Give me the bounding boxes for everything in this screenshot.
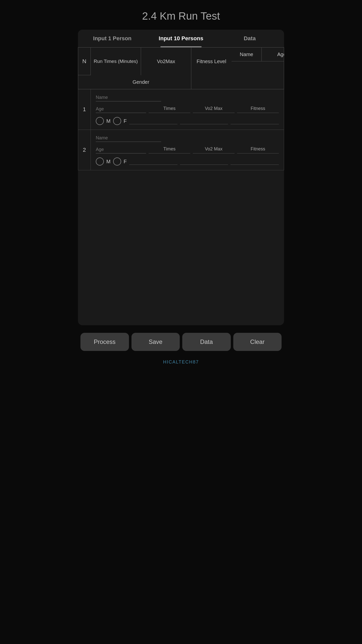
person-1-content: Times Vo2 Max Fitness M F [91, 89, 284, 130]
header-name: Name [232, 48, 262, 61]
person-2-name-input[interactable] [96, 134, 161, 142]
person-1-radio-f[interactable]: F [113, 117, 127, 125]
person-2-age-wrap [96, 146, 146, 153]
header-vo2max: Vo2Max [141, 48, 191, 75]
radio-m-circle-2 [96, 157, 104, 166]
person-2-age-input[interactable] [96, 146, 146, 153]
person-2-number: 2 [78, 130, 91, 170]
person-1-main-row: Times Vo2 Max Fitness [96, 105, 279, 113]
person-2-spacer3 [231, 158, 279, 165]
person-2-spacer [129, 158, 177, 165]
clear-button[interactable]: Clear [233, 333, 282, 351]
page-title: 2.4 Km Run Test [78, 0, 284, 30]
radio-m-circle [96, 117, 104, 125]
person-1-vo2-label: Vo2 Max [193, 106, 235, 113]
tab-bar: Input 1 Person Input 10 Persons Data [78, 30, 284, 47]
person-1-m-label: M [106, 118, 111, 124]
person-1-spacer2 [180, 118, 228, 124]
save-button[interactable]: Save [131, 333, 180, 351]
person-2-vo2-label: Vo2 Max [193, 146, 235, 153]
person-1-name-input[interactable] [96, 94, 161, 101]
header-gender: Gender [91, 75, 191, 89]
person-2-f-label: F [124, 159, 127, 165]
process-button[interactable]: Process [80, 333, 129, 351]
person-2-m-label: M [106, 159, 111, 165]
header-fitness-level: Fitness Level [191, 48, 232, 75]
person-1-name-wrap [96, 94, 161, 101]
person-2-radio-row: M F [96, 157, 279, 166]
header-n: N [78, 48, 91, 75]
person-2-content: Times Vo2 Max Fitness M F [91, 130, 284, 170]
person-1-f-label: F [124, 118, 127, 124]
header-age: Age [262, 48, 284, 61]
main-card: Input 1 Person Input 10 Persons Data N N… [78, 30, 284, 325]
person-1-spacer [129, 118, 177, 124]
person-1-name-row [96, 94, 279, 101]
person-1-age-wrap [96, 105, 146, 113]
person-1-radio-m[interactable]: M [96, 117, 111, 125]
footer-brand: HICALTECH87 [163, 356, 199, 372]
table-header: N Name Age Run Times (Minutes) Vo2Max Fi… [78, 47, 284, 89]
person-2-name-row [96, 134, 279, 142]
person-2-radio-f[interactable]: F [113, 157, 127, 166]
person-2-radio-m[interactable]: M [96, 157, 111, 166]
person-2-main-row: Times Vo2 Max Fitness [96, 146, 279, 153]
data-button[interactable]: Data [182, 333, 231, 351]
person-2-name-wrap [96, 134, 161, 142]
person-2-times-label: Times [149, 146, 190, 153]
tab-10persons[interactable]: Input 10 Persons [147, 30, 215, 47]
radio-f-circle [113, 117, 121, 125]
radio-f-circle-2 [113, 157, 121, 166]
person-row-2: 2 Times Vo2 Max Fitness [78, 130, 284, 170]
header-run-times: Run Times (Minutes) [91, 48, 141, 75]
person-1-age-input[interactable] [96, 105, 146, 113]
person-1-radio-row: M F [96, 117, 279, 125]
person-1-number: 1 [78, 89, 91, 130]
person-2-fitness-label: Fitness [237, 146, 279, 153]
person-1-spacer3 [231, 118, 279, 124]
action-bar: Process Save Data Clear [78, 325, 284, 356]
tab-1person[interactable]: Input 1 Person [78, 30, 147, 47]
person-2-spacer2 [180, 158, 228, 165]
person-1-fitness-label: Fitness [237, 106, 279, 113]
person-1-times-label: Times [149, 106, 190, 113]
person-row-1: 1 Times Vo2 Max Fitness [78, 89, 284, 130]
tab-data[interactable]: Data [215, 30, 284, 47]
